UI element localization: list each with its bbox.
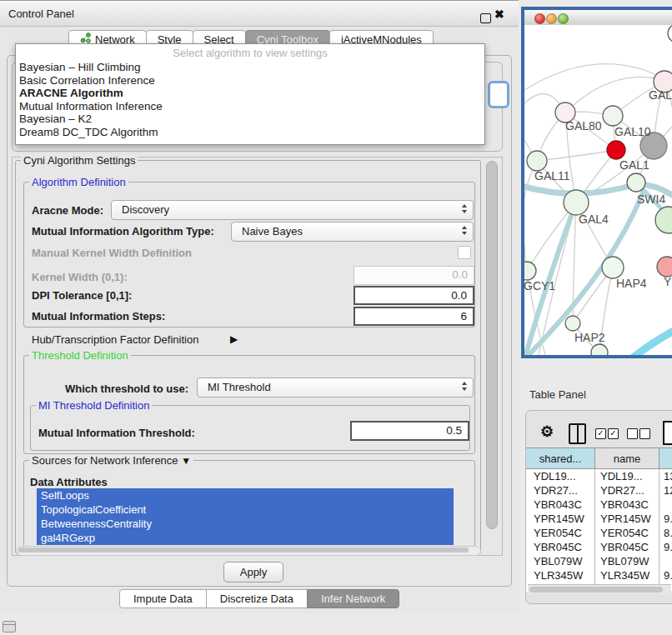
network-edge[interactable] [632, 332, 672, 355]
node-label-hap4: HAP4 [616, 277, 647, 290]
column-header-a[interactable]: A [659, 448, 672, 469]
algorithm-option-dream8-dc-tdc-algorithm[interactable]: Dream8 DC_TDC Algorithm [16, 126, 484, 139]
gear-icon[interactable]: ⚙ [540, 422, 554, 441]
collapsed-arrow-icon[interactable]: ▶ [230, 333, 238, 345]
network-node[interactable] [655, 207, 672, 233]
bottom-tabs: Impute DataDiscretize DataInfer Network [120, 589, 399, 608]
table-cell: YER054C [526, 526, 595, 540]
mi-steps-label: Mutual Information Steps: [32, 310, 165, 322]
column-header-shared[interactable]: shared... [526, 448, 595, 469]
table-cell: YER054C [595, 526, 659, 540]
network-node-gal10[interactable] [603, 106, 623, 126]
select-all-checkbox-icon[interactable]: ✓ [608, 428, 619, 439]
table-row[interactable]: YBR043CYBR043C [526, 498, 672, 512]
expanded-arrow-icon[interactable]: ▼ [181, 455, 191, 467]
deselect-all-checkbox-icon[interactable] [639, 428, 650, 439]
table-cell: YBL079W [595, 554, 659, 568]
aracne-mode-value: Discovery [122, 203, 169, 216]
kernel-width-field[interactable]: 0.0 [354, 266, 474, 285]
table-cell: 13 [659, 469, 672, 484]
network-canvas[interactable]: GALGAL80GAL10GAL1GAL11SWI4GAL4GCY1HAP4YH… [524, 25, 672, 355]
node-label-hap2: HAP2 [574, 331, 605, 344]
network-node[interactable] [668, 25, 672, 42]
node-label-y: Y [664, 275, 672, 288]
bottom-tab-infer-network[interactable]: Infer Network [307, 589, 399, 608]
table-cell: YDL19... [595, 469, 659, 484]
control-panel-title: Control Panel [8, 8, 74, 20]
table-horizontal-scrollbar[interactable] [528, 584, 671, 593]
table-row[interactable]: YER054CYER054C8. [526, 526, 672, 540]
table-row[interactable]: YPR145WYPR145W9. [526, 512, 672, 526]
mi-threshold-field[interactable]: 0.5 [350, 421, 469, 441]
network-node[interactable] [591, 344, 608, 355]
algorithm-option-mutual-information-inference[interactable]: Mutual Information Inference [16, 100, 484, 113]
table-row[interactable]: YBL079WYBL079W [526, 554, 672, 568]
aracne-mode-select[interactable]: Discovery [111, 200, 474, 220]
attribute-selfloops[interactable]: SelfLoops [37, 488, 454, 502]
algorithm-option-list: Bayesian – Hill ClimbingBasic Correlatio… [16, 61, 484, 139]
hub-definition-label[interactable]: Hub/Transcription Factor Definition [32, 333, 198, 346]
table-cell: YBR043C [595, 498, 659, 512]
network-node-hap2[interactable] [565, 316, 580, 331]
table-cell: 9. [659, 540, 672, 554]
algorithm-option-bayesian-hill-climbing[interactable]: Bayesian – Hill Climbing [16, 61, 484, 74]
table-cell: YPR145W [595, 512, 659, 526]
network-edge[interactable] [537, 150, 616, 161]
algorithm-option-basic-correlation-inference[interactable]: Basic Correlation Inference [16, 74, 484, 88]
split-columns-icon[interactable] [569, 423, 586, 444]
network-node-gal4[interactable] [564, 190, 589, 215]
network-window-titlebar [524, 10, 672, 26]
attribute-betweennesscentrality[interactable]: BetweennessCentrality [37, 517, 454, 531]
table-cell: YLR345W [526, 568, 595, 582]
network-edge[interactable] [524, 93, 560, 105]
focused-combo-button[interactable] [488, 81, 509, 108]
column-header-name[interactable]: name [595, 448, 659, 469]
settings-horizontal-scrollbar[interactable] [17, 546, 481, 556]
table-row[interactable]: YLR345WYLR345W9. [526, 568, 672, 582]
deselect-all-checkbox-icon[interactable] [627, 428, 638, 439]
restore-panel-icon[interactable] [3, 621, 16, 632]
table-row[interactable]: YDR27...YDR27...12 [526, 483, 672, 498]
bottom-tab-impute-data[interactable]: Impute Data [119, 589, 207, 608]
table-cell: YBR045C [595, 540, 659, 554]
float-window-icon[interactable] [480, 13, 491, 23]
network-node-gal1[interactable] [607, 141, 625, 159]
network-node-gal11[interactable] [527, 151, 547, 171]
settings-vertical-scrollbar[interactable] [486, 161, 498, 529]
page-icon[interactable] [663, 421, 672, 445]
table-cell: YBR045C [526, 540, 595, 554]
table-row[interactable]: YDL19...YDL19...13 [526, 469, 672, 484]
close-traffic-light-icon[interactable] [534, 13, 545, 24]
manual-kernel-width-checkbox[interactable] [458, 246, 471, 259]
apply-button[interactable]: Apply [223, 562, 283, 582]
zoom-traffic-light-icon[interactable] [558, 13, 569, 24]
algorithm-option-aracne-algorithm[interactable]: ARACNE Algorithm [16, 87, 484, 100]
table-cell: YPR145W [526, 512, 595, 526]
bottom-tab-discretize-data[interactable]: Discretize Data [206, 589, 308, 608]
node-label-gal4: GAL4 [579, 212, 609, 226]
algorithm-select-popup: Select algorithm to view settings Bayesi… [15, 43, 485, 145]
data-attributes-label: Data Attributes [30, 476, 108, 488]
dpi-tolerance-field[interactable]: 0.0 [354, 286, 474, 305]
attribute-topologicalcoefficient[interactable]: TopologicalCoefficient [37, 502, 454, 517]
minimize-traffic-light-icon[interactable] [546, 13, 557, 24]
node-table-grid: shared...nameA YDL19...YDL19...13YDR27..… [526, 448, 672, 592]
network-node-y[interactable] [657, 257, 672, 277]
mi-algorithm-type-select[interactable]: Naive Bayes [231, 222, 474, 242]
table-row[interactable]: YBR045CYBR045C9. [526, 540, 672, 554]
table-cell [659, 498, 672, 512]
network-node-swi4[interactable] [627, 173, 645, 192]
attribute-gal4rgexp[interactable]: gal4RGexp [37, 531, 454, 545]
kernel-width-value: 0.0 [452, 268, 468, 281]
network-node-gcy1[interactable] [524, 262, 536, 280]
threshold-definition-legend: Threshold Definition [29, 349, 131, 362]
dpi-tolerance-label: DPI Tolerance [0,1]: [32, 289, 132, 302]
mi-steps-field[interactable]: 6 [354, 307, 474, 326]
algorithm-definition-legend: Algorithm Definition [29, 176, 128, 188]
mi-algorithm-type-label: Mutual Information Algorithm Type: [32, 225, 214, 238]
network-node-hap4[interactable] [602, 257, 624, 278]
algorithm-option-bayesian-k2[interactable]: Bayesian – K2 [16, 112, 484, 126]
close-icon[interactable]: ✖ [494, 8, 504, 21]
select-all-checkbox-icon[interactable]: ✓ [595, 428, 606, 439]
which-threshold-select[interactable]: MI Threshold [197, 378, 474, 398]
